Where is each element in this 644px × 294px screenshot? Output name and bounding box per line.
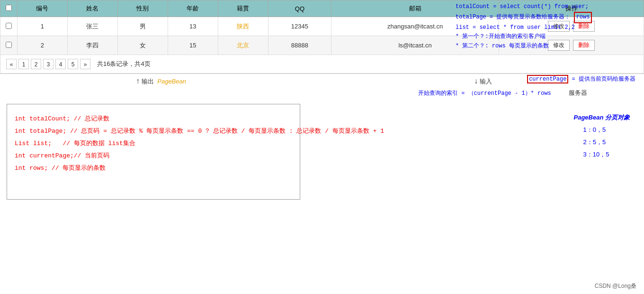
down-arrow-icon: ↓ [474,77,478,85]
start-query-text: 开始查询的索引 = （currentPage - 1）* rows [418,90,551,97]
page-1[interactable]: 1 [18,59,29,69]
pagebean-item: 3：10，5 [583,148,630,161]
edit-button[interactable]: 修改 [548,21,570,32]
watermark: CSDN @Long桑 [595,282,636,290]
header-id: 编号 [18,0,68,17]
row-name: 李四 [67,36,117,55]
row-origin: 北京 [218,36,268,55]
row-checkbox[interactable] [0,17,18,36]
row-actions: 修改 删除 [499,36,644,55]
data-table: 编号 姓名 性别 年龄 籍贯 QQ 邮箱 操作 1 张三 男 13 陕西 123… [0,0,644,55]
row-checkbox[interactable] [0,36,18,55]
row-email: ls@itcast.cn [331,36,499,55]
pagebean-box: PageBean 分页对象 1：0，52：5，53：10，5 [574,111,630,161]
start-query-row: 开始查询的索引 = （currentPage - 1）* rows 服务器 [0,89,644,97]
table-row: 2 李四 女 15 北京 88888 ls@itcast.cn 修改 删除 [0,36,644,55]
table-row: 1 张三 男 13 陕西 12345 zhangsan@itcast.cn 修改… [0,17,644,36]
header-age: 年龄 [168,0,218,17]
row-origin: 陕西 [218,17,268,36]
bottom-section: int totalCount; // 总记录数int totalPage; //… [0,97,644,206]
header-email: 邮箱 [331,0,499,17]
code-line: List list; // 每页的数据 list集合 [15,138,292,150]
row-id: 2 [18,36,68,55]
pagebean-label: PageBean [157,78,186,85]
page-4[interactable]: 4 [55,59,66,69]
delete-button[interactable]: 删除 [573,21,595,32]
row-id: 1 [18,17,68,36]
edit-button[interactable]: 修改 [548,40,570,51]
row-gender: 男 [117,17,168,36]
header-action: 操作 [499,0,644,17]
output-section: ↑ 输出 PageBean [0,77,322,86]
currentpage-annotation: currentPage = 提供当前页码给服务器 [527,75,635,83]
pagebean-item: 1：0，5 [583,124,630,136]
row-qq: 12345 [268,17,331,36]
pagebean-title: PageBean 分页对象 [574,111,630,124]
page-5[interactable]: 5 [68,59,78,69]
page-3[interactable]: 3 [43,59,54,69]
header-gender: 性别 [117,0,168,17]
code-line: int totalPage; // 总页码 = 总记录数 % 每页显示条数 ==… [15,125,292,138]
code-line: int totalCount; // 总记录数 [15,113,292,125]
row-email: zhangsan@itcast.cn [331,17,499,36]
main-container: 编号 姓名 性别 年龄 籍贯 QQ 邮箱 操作 1 张三 男 13 陕西 123… [0,0,644,294]
page-2[interactable]: 2 [31,59,41,69]
currentpage-text: = 提供当前页码给服务器 [572,76,635,83]
header-qq: QQ [268,0,331,17]
page-info: 共16条记录，共4页 [97,60,151,68]
server-label: 服务器 [569,89,587,96]
row-name: 张三 [67,17,117,36]
select-all-checkbox[interactable] [6,5,12,11]
header-origin: 籍贯 [218,0,268,17]
row-actions: 修改 删除 [499,17,644,36]
header-name: 姓名 [67,0,117,17]
currentpage-box: currentPage [527,75,568,83]
code-line: int rows; // 每页显示的条数 [15,162,292,175]
code-line: int currentPage;// 当前页码 [15,150,292,162]
up-arrow-icon: ↑ [136,77,140,85]
header-checkbox-col [0,0,18,17]
pagebean-item: 2：5，5 [583,136,630,148]
output-label-text: 输出 [142,78,154,85]
row-age: 13 [168,17,218,36]
row-qq: 88888 [268,36,331,55]
page-next[interactable]: » [80,59,90,69]
row-gender: 女 [117,36,168,55]
delete-button[interactable]: 删除 [573,40,595,51]
table-section: 编号 姓名 性别 年龄 籍贯 QQ 邮箱 操作 1 张三 男 13 陕西 123… [0,0,644,55]
input-label-text: 输入 [480,78,492,85]
code-box: int totalCount; // 总记录数int totalPage; //… [7,104,300,200]
row-age: 15 [168,36,218,55]
page-prev[interactable]: « [6,59,17,69]
arrow-divider-row: ↑ 输出 PageBean ↓ 输入 currentPage = 提供当前页码给… [0,74,644,89]
pagination-row: « 1 2 3 4 5 » 共16条记录，共4页 [0,55,644,74]
